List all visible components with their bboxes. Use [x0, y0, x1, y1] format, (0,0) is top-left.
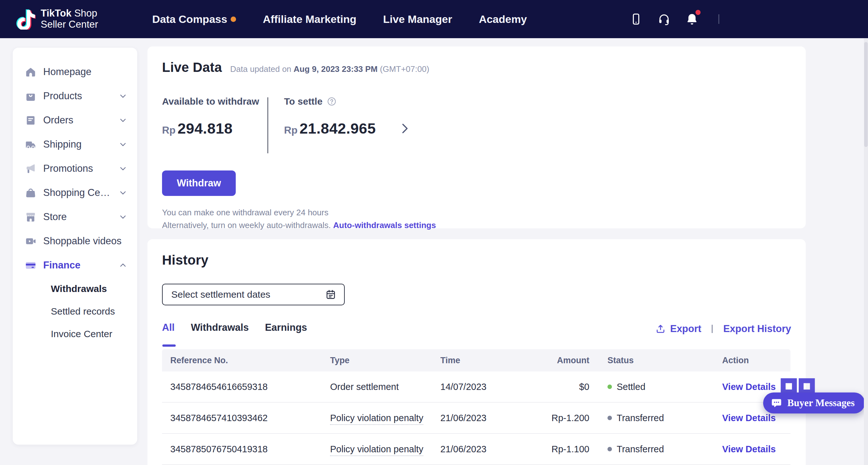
page-scrollbar[interactable] — [864, 38, 868, 465]
sidebar-item-shipping[interactable]: Shipping — [13, 132, 137, 156]
status-dot-gray — [608, 416, 612, 420]
export-upload-icon — [655, 323, 666, 334]
view-details-link[interactable]: View Details — [722, 413, 776, 423]
notification-badge — [695, 10, 701, 15]
sidebar-item-store[interactable]: Store — [13, 205, 137, 229]
sidebar-item-orders[interactable]: Orders — [13, 108, 137, 132]
chevron-down-icon[interactable] — [119, 188, 127, 197]
live-data-title: Live Data — [162, 60, 222, 75]
sidebar-item-shopping-cent[interactable]: Shopping Cent... — [13, 181, 137, 205]
cell-amount: Rp-1.200 — [526, 413, 589, 423]
withdrawal-notes: You can make one withdrawal every 24 hou… — [162, 206, 791, 232]
scrollbar-thumb[interactable] — [864, 42, 868, 147]
sidebar-item-label: Shipping — [43, 139, 112, 150]
new-feature-dot — [231, 17, 236, 22]
nav-item-affiliate-marketing[interactable]: Affiliate Marketing — [263, 13, 356, 25]
navbar-actions — [629, 12, 719, 26]
nav-item-label: Academy — [479, 13, 527, 25]
logo-brand-bold: TikTok — [41, 8, 71, 19]
note-line-1: You can make one withdrawal every 24 hou… — [162, 206, 791, 219]
view-details-link[interactable]: View Details — [722, 382, 776, 392]
tab-earnings[interactable]: Earnings — [265, 322, 307, 336]
nav-item-data-compass[interactable]: Data Compass — [152, 13, 236, 25]
export-history-button[interactable]: Export History — [723, 323, 791, 335]
cell-type: Policy violation penalty — [330, 413, 440, 423]
sidebar-item-label: Shopping Cent... — [43, 187, 112, 199]
tab-withdrawals[interactable]: Withdrawals — [191, 322, 249, 336]
nav-item-academy[interactable]: Academy — [479, 13, 527, 25]
sidebar-item-promotions[interactable]: Promotions — [13, 156, 137, 181]
help-question-icon[interactable] — [327, 97, 337, 106]
export-button[interactable]: Export — [655, 323, 701, 335]
cell-type: Policy violation penalty — [330, 444, 440, 455]
chevron-down-icon[interactable] — [119, 92, 127, 100]
date-picker-placeholder: Select settlement dates — [171, 289, 270, 300]
chevron-up-icon[interactable] — [119, 261, 127, 269]
cell-action: View Details — [704, 444, 790, 455]
column-header-status: Status — [589, 356, 704, 366]
logo-text: TikTok Shop Seller Center — [41, 8, 98, 30]
type-text[interactable]: Policy violation penalty — [330, 413, 423, 425]
mobile-icon[interactable] — [629, 12, 643, 26]
tiktok-shop-logo[interactable]: TikTok Shop Seller Center — [14, 8, 98, 30]
status-text: Transferred — [617, 413, 664, 423]
nav-item-label: Data Compass — [152, 13, 227, 25]
type-text[interactable]: Policy violation penalty — [330, 444, 423, 456]
cell-action: View Details — [704, 382, 790, 392]
sidebar-subitem-withdrawals[interactable]: Withdrawals — [13, 277, 137, 300]
sidebar-item-label: Homepage — [43, 66, 127, 78]
status-dot-gray — [608, 447, 612, 451]
buyer-messages-label: Buyer Messages — [787, 397, 855, 409]
export-area: Export Export History — [655, 323, 791, 335]
tab-all[interactable]: All — [162, 322, 175, 336]
table-row: 3458784657410393462Policy violation pena… — [162, 403, 790, 434]
cell-type: Order settlement — [330, 382, 440, 392]
sidebar-subitem-invoice-center[interactable]: Invoice Center — [13, 322, 137, 345]
withdraw-button[interactable]: Withdraw — [162, 171, 236, 196]
history-title: History — [162, 253, 791, 268]
bell-icon[interactable] — [685, 12, 699, 26]
headset-icon[interactable] — [657, 12, 671, 26]
sidebar-item-shoppable-videos[interactable]: Shoppable videos — [13, 229, 137, 253]
sidebar-item-homepage[interactable]: Homepage — [13, 60, 137, 84]
chevron-down-icon[interactable] — [119, 116, 127, 124]
sidebar-item-label: Finance — [43, 260, 112, 271]
cell-amount: $0 — [526, 382, 589, 392]
view-details-link[interactable]: View Details — [722, 444, 776, 454]
chevron-down-icon[interactable] — [119, 213, 127, 221]
sidebar-item-label: Orders — [43, 115, 112, 126]
cell-status: Transferred — [589, 413, 704, 423]
sidebar-item-products[interactable]: Products — [13, 84, 137, 108]
products-icon — [25, 90, 36, 102]
sidebar-item-label: Store — [43, 211, 112, 223]
home-icon — [25, 66, 36, 78]
data-updated-text: Data updated on Aug 9, 2023 23:33 PM (GM… — [230, 64, 430, 74]
sidebar: HomepageProductsOrdersShippingPromotions… — [13, 48, 137, 445]
cell-amount: Rp-1.100 — [526, 444, 589, 455]
sidebar-subitem-settled-records[interactable]: Settled records — [13, 300, 137, 322]
chevron-down-icon[interactable] — [119, 140, 127, 148]
shopping-center-icon — [25, 187, 36, 199]
sidebar-item-finance[interactable]: Finance — [13, 253, 137, 277]
auto-withdrawals-settings-link[interactable]: Auto-withdrawals settings — [333, 221, 436, 230]
to-settle-chevron-right-icon[interactable] — [399, 122, 411, 135]
column-header-amount: Amount — [526, 356, 589, 366]
history-tabs: AllWithdrawalsEarnings — [162, 322, 307, 336]
column-header-type: Type — [330, 356, 440, 366]
shoppable-videos-icon — [25, 235, 36, 247]
promotions-icon — [25, 163, 36, 175]
buyer-messages-button[interactable]: Buyer Messages — [763, 393, 865, 413]
history-table: Reference No.TypeTimeAmountStatusAction … — [162, 349, 790, 465]
table-row: 3458785076750419318Policy violation pena… — [162, 434, 790, 465]
top-navbar: TikTok Shop Seller Center Data CompassAf… — [0, 0, 868, 38]
chat-bubble-icon — [771, 397, 782, 409]
sidebar-item-label: Promotions — [43, 163, 112, 174]
chevron-down-icon[interactable] — [119, 165, 127, 173]
cell-time: 21/06/2023 — [440, 413, 526, 423]
sidebar-item-label: Products — [43, 90, 112, 102]
cell-status: Transferred — [589, 444, 704, 455]
available-to-withdraw-label: Available to withdraw — [162, 96, 268, 107]
settlement-date-picker[interactable]: Select settlement dates — [162, 284, 345, 305]
logo-brand-light: Shop — [74, 8, 97, 19]
nav-item-live-manager[interactable]: Live Manager — [383, 13, 452, 25]
